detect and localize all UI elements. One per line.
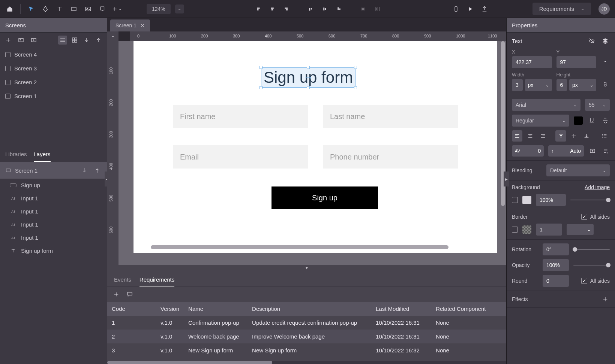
firstname-input[interactable]: First name	[173, 105, 308, 128]
artboard[interactable]: Sign up form ⟶ First name Last name Emai…	[134, 41, 497, 253]
bg-opacity-slider[interactable]	[570, 200, 610, 200]
layer-item[interactable]: AIInput 1	[0, 205, 107, 218]
blending-select[interactable]: Default⌄	[546, 164, 610, 176]
align-right-icon[interactable]	[282, 4, 291, 13]
mode-dropdown[interactable]: Requirements ⌄	[532, 3, 591, 15]
collapse-right-icon[interactable]: ▶	[504, 172, 509, 186]
align-top-icon[interactable]	[306, 4, 315, 13]
layer-sort-up-icon[interactable]	[93, 166, 102, 175]
rectangle-tool-icon[interactable]	[69, 4, 78, 13]
lock-aspect-icon[interactable]	[601, 80, 610, 89]
pen-tool-icon[interactable]	[41, 4, 50, 13]
underline-icon[interactable]	[587, 116, 596, 125]
resize-handle[interactable]	[260, 66, 262, 69]
tab-layers[interactable]: Layers	[34, 147, 51, 162]
layers-root[interactable]: Screen 1	[0, 162, 107, 179]
align-center-h-icon[interactable]	[268, 4, 277, 13]
screen-item[interactable]: Screen 1	[0, 89, 107, 103]
zoom-level[interactable]: 124%	[147, 4, 171, 14]
col-code[interactable]: Code	[107, 302, 156, 316]
tab-libraries[interactable]: Libraries	[5, 147, 27, 162]
folder-add-icon[interactable]	[29, 36, 38, 45]
user-avatar[interactable]: JD	[598, 3, 610, 15]
layers-icon[interactable]	[601, 36, 610, 45]
tab-requirements[interactable]: Requirements	[140, 273, 174, 286]
layer-item[interactable]: Sign up form	[0, 244, 107, 257]
resize-handle[interactable]	[260, 86, 262, 89]
letter-spacing-input[interactable]: AV0	[512, 145, 544, 157]
image-tool-icon[interactable]	[84, 4, 93, 13]
pointer-tool-icon[interactable]	[27, 4, 36, 13]
sort-down-icon[interactable]	[82, 36, 91, 45]
strikethrough-icon[interactable]	[601, 116, 610, 125]
line-height-input[interactable]: ↕Auto	[548, 145, 584, 157]
layer-item[interactable]: AIInput 1	[0, 218, 107, 231]
table-row[interactable]: 3v.1.0New Sign up formNew Sign up form10…	[107, 343, 506, 357]
distribute-h-icon[interactable]	[373, 4, 382, 13]
col-desc[interactable]: Description	[248, 302, 371, 316]
add-tool-icon[interactable]: ⌄	[112, 4, 121, 13]
requirements-scrollbar[interactable]	[107, 361, 506, 364]
height-input[interactable]	[556, 79, 567, 91]
image-icon[interactable]	[16, 36, 26, 45]
pin-icon[interactable]	[601, 57, 610, 66]
resize-handle[interactable]	[307, 66, 310, 69]
phone-input[interactable]: Phone number	[323, 145, 458, 169]
width-input[interactable]	[512, 79, 523, 91]
border-allsides-checkbox[interactable]	[581, 214, 587, 220]
border-color-swatch[interactable]	[522, 225, 531, 234]
border-width-input[interactable]	[536, 224, 562, 236]
canvas-scrollbar-h[interactable]	[151, 245, 448, 249]
screen-item[interactable]: Screen 2	[0, 75, 107, 89]
align-middle-v-icon[interactable]	[320, 4, 329, 13]
align-left-icon[interactable]	[254, 4, 262, 13]
col-mod[interactable]: Last Modified	[371, 302, 431, 316]
border-style-select[interactable]: —⌄	[567, 224, 594, 235]
width-unit-select[interactable]: px⌄	[525, 79, 552, 91]
upload-icon[interactable]	[480, 4, 489, 13]
list-view-icon[interactable]	[58, 36, 67, 45]
collapse-bottom-icon[interactable]: ▼	[107, 265, 506, 270]
home-icon[interactable]	[5, 4, 14, 13]
resize-handle[interactable]	[354, 66, 357, 69]
round-input[interactable]	[543, 275, 569, 287]
email-input[interactable]: Email	[173, 145, 308, 169]
opacity-input[interactable]	[543, 259, 569, 271]
visibility-off-icon[interactable]	[587, 36, 596, 45]
add-effect-icon[interactable]	[601, 295, 610, 304]
font-size-select[interactable]: 55⌄	[585, 99, 610, 111]
layer-item[interactable]: AIInput 1	[0, 231, 107, 244]
text-box-icon[interactable]	[588, 146, 597, 155]
bg-opacity-input[interactable]	[536, 194, 566, 206]
resize-handle[interactable]	[354, 86, 357, 89]
col-name[interactable]: Name	[184, 302, 248, 316]
ruler-horizontal[interactable]: 0 100 200 300 400 500 600 700 800 900 10…	[130, 31, 506, 41]
border-enabled-checkbox[interactable]	[512, 227, 518, 233]
sort-up-icon[interactable]	[94, 36, 103, 45]
layer-item[interactable]: AIInput 1	[0, 192, 107, 205]
text-tool-icon[interactable]	[55, 4, 64, 13]
device-preview-icon[interactable]	[452, 4, 460, 13]
layer-item[interactable]: Sign up	[0, 179, 107, 192]
add-image-link[interactable]: Add image	[585, 184, 610, 190]
canvas-tab[interactable]: Screen 1 ✕	[110, 19, 150, 31]
layer-sort-down-icon[interactable]	[80, 166, 89, 175]
valign-top-icon[interactable]	[555, 130, 566, 142]
selected-text-element[interactable]: Sign up form ⟶	[261, 67, 356, 88]
signup-button[interactable]: Sign up	[272, 186, 378, 209]
add-screen-icon[interactable]	[4, 36, 13, 45]
bg-color-swatch[interactable]	[522, 196, 531, 204]
table-row[interactable]: 2v.1.0Welcome back pageImprove Welcome b…	[107, 330, 506, 343]
canvas[interactable]: Sign up form ⟶ First name Last name Emai…	[118, 41, 506, 265]
text-color-swatch[interactable]	[574, 116, 583, 125]
screen-item[interactable]: Screen 3	[0, 61, 107, 75]
hotspot-tool-icon[interactable]	[98, 4, 107, 13]
ruler-vertical[interactable]: 100 200 300 400 500 600	[107, 41, 118, 265]
col-rel[interactable]: Related Component	[431, 302, 506, 316]
round-allsides-checkbox[interactable]	[581, 278, 587, 284]
rotation-input[interactable]	[543, 243, 569, 255]
align-bottom-icon[interactable]	[334, 4, 344, 13]
tab-events[interactable]: Events	[114, 273, 131, 286]
text-align-right-icon[interactable]	[538, 130, 548, 142]
screens-panel-header[interactable]: Screens	[0, 18, 107, 33]
